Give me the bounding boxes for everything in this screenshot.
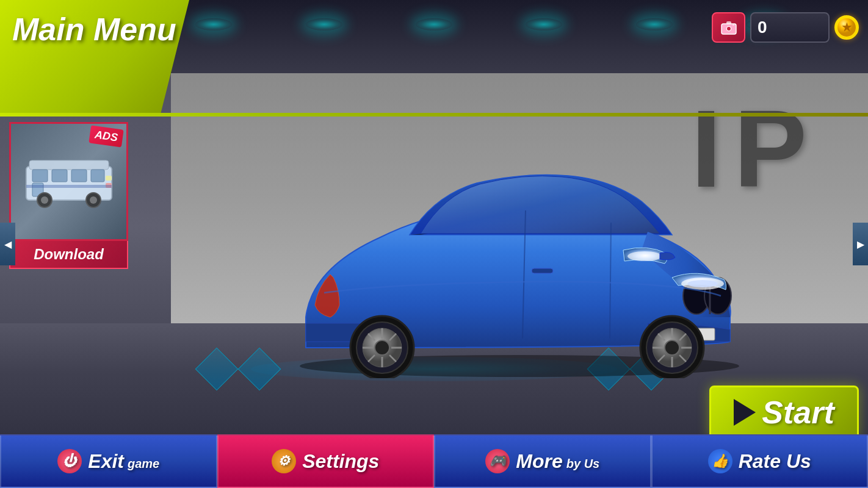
settings-icon: ⚙: [272, 449, 296, 473]
svg-point-25: [375, 340, 389, 355]
svg-point-7: [687, 280, 718, 287]
ceiling-light: [636, 18, 673, 30]
exit-label-sub: game: [128, 457, 159, 471]
download-button[interactable]: Download: [9, 241, 128, 269]
svg-rect-47: [91, 170, 104, 182]
more-label-container: More by Us: [516, 450, 599, 473]
download-thumbnail[interactable]: ADS: [9, 122, 128, 241]
svg-rect-46: [71, 170, 87, 182]
bus-silhouette: [20, 151, 118, 212]
currency-amount: 0: [758, 18, 767, 37]
more-button[interactable]: 🎮 More by Us: [434, 434, 651, 488]
nav-arrow-right[interactable]: ▶: [853, 223, 868, 265]
arrow-right-icon: ▶: [857, 239, 864, 250]
nav-arrow-left[interactable]: ◀: [0, 223, 15, 265]
start-button[interactable]: Start: [709, 386, 859, 439]
rate-label: Rate Us: [739, 450, 811, 473]
svg-rect-39: [732, 24, 734, 26]
svg-rect-45: [52, 170, 67, 182]
settings-label: Settings: [302, 450, 379, 473]
more-label-main: More: [516, 450, 562, 473]
thumbs-up-icon: 👍: [712, 453, 728, 469]
svg-point-13: [665, 340, 679, 355]
svg-rect-37: [726, 21, 731, 24]
game-icon: 🎮: [490, 453, 506, 469]
settings-button[interactable]: ⚙ Settings: [217, 434, 435, 488]
rate-button[interactable]: 👍 Rate Us: [651, 434, 869, 488]
ceiling-light: [85, 18, 122, 30]
exit-label-container: Exit game: [88, 450, 159, 473]
ceiling-light: [526, 18, 562, 30]
gear-icon: ⚙: [278, 453, 290, 469]
play-icon: [734, 399, 756, 426]
rate-icon: 👍: [708, 449, 732, 473]
arrow-left-icon: ◀: [4, 239, 12, 250]
svg-point-38: [727, 27, 731, 30]
ceiling-light: [195, 18, 232, 30]
more-icon: 🎮: [485, 449, 510, 473]
more-label-sub: by Us: [566, 457, 599, 471]
svg-point-51: [41, 196, 48, 204]
exit-button[interactable]: ⏻ Exit game: [0, 434, 217, 488]
bottom-navigation: ⏻ Exit game ⚙ Settings 🎮 More by Us 👍 Ra…: [0, 434, 868, 488]
svg-point-8: [627, 251, 662, 261]
svg-rect-43: [29, 160, 109, 170]
svg-rect-34: [532, 268, 553, 273]
currency-display: 0 ★: [712, 12, 859, 43]
svg-rect-55: [26, 185, 112, 188]
camera-icon: [720, 19, 737, 36]
coin-svg: ★: [836, 17, 857, 38]
left-panel: ADS Download: [0, 122, 137, 269]
car-display: [171, 122, 868, 378]
exit-label-main: Exit: [88, 450, 124, 473]
svg-rect-53: [106, 176, 112, 181]
svg-rect-44: [32, 170, 48, 182]
currency-box: 0: [750, 12, 830, 43]
camera-button[interactable]: [712, 12, 745, 43]
svg-text:★: ★: [842, 21, 852, 34]
ceiling-light: [306, 18, 342, 30]
power-icon: ⏻: [63, 453, 76, 469]
ceiling-light: [416, 18, 452, 30]
start-label: Start: [762, 394, 834, 431]
svg-point-52: [90, 196, 97, 204]
coin-icon: ★: [834, 15, 859, 40]
exit-icon: ⏻: [57, 449, 82, 473]
car-svg: [269, 122, 770, 378]
